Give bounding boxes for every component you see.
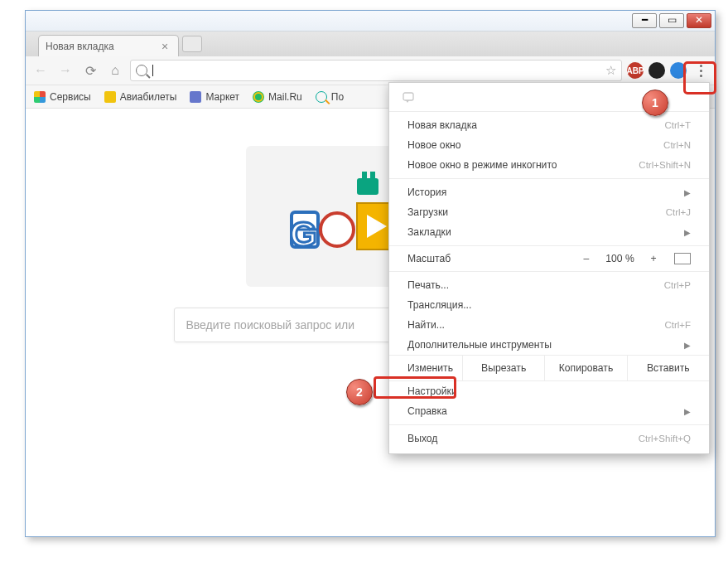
submenu-arrow-icon: ▶ [684,228,691,237]
bookmark-label: Авиабилеты [120,91,177,103]
submenu-arrow-icon: ▶ [684,341,691,350]
search-bookmark-icon [316,91,327,103]
menu-item-incognito[interactable]: Новое окно в режиме инкогнитоCtrl+Shift+… [389,155,709,175]
menu-item-history[interactable]: История▶ [389,182,709,202]
menu-label: Трансляция... [407,299,691,311]
mail-icon [253,91,264,103]
tab-title: Новая вкладка [46,41,114,52]
search-icon [136,65,147,76]
annotation-highlight-settings [374,376,456,399]
window-titlebar: ━ ▭ ✕ [26,11,715,31]
menu-label: Новое окно [407,139,663,151]
home-button[interactable]: ⌂ [105,61,125,80]
annotation-callout-2: 2 [346,379,373,405]
apps-icon [34,91,46,103]
zoom-out-button[interactable]: – [576,253,597,264]
menu-item-cast[interactable]: Трансляция... [389,295,709,315]
shortcut-hint: Ctrl+N [663,140,691,150]
bookmark-label: Сервисы [50,91,91,103]
fullscreen-icon[interactable] [674,253,691,264]
menu-label: Дополнительные инструменты [407,339,674,351]
shortcut-hint: Ctrl+Shift+Q [639,434,691,443]
bookmark-apps[interactable]: Сервисы [34,91,91,103]
zoom-percent: 100 % [597,253,643,264]
bookmark-mailru[interactable]: Mail.Ru [253,91,302,103]
zoom-in-button[interactable]: + [643,253,664,264]
menu-item-print[interactable]: Печать...Ctrl+P [389,275,709,295]
menu-item-exit[interactable]: ВыходCtrl+Shift+Q [389,429,709,448]
text-cursor [152,65,153,76]
menu-label: Закладки [407,226,674,238]
menu-label: Загрузки [407,206,666,218]
maximize-button[interactable]: ▭ [659,13,684,28]
annotation-callout-1: 1 [642,90,668,116]
svg-rect-8 [403,93,413,100]
menu-label: Справка [407,405,674,417]
shortcut-hint: Ctrl+F [664,320,691,330]
menu-item-find[interactable]: Найти...Ctrl+F [389,315,709,335]
menu-label: Новое окно в режиме инкогнито [407,159,639,171]
bookmark-label: По [331,91,344,103]
menu-item-help[interactable]: Справка▶ [389,401,709,421]
submenu-arrow-icon: ▶ [684,407,691,416]
reload-button[interactable]: ⟳ [80,61,100,80]
menu-label: Печать... [407,279,664,291]
submenu-arrow-icon: ▶ [684,188,691,197]
svg-rect-5 [370,172,375,178]
address-bar[interactable]: ☆ [130,60,622,81]
menu-item-new-tab[interactable]: Новая вкладкаCtrl+T [389,115,709,135]
toolbar: ← → ⟳ ⌂ ☆ ABP [26,56,715,85]
shortcut-hint: Ctrl+J [666,207,691,217]
extensions-area: ABP [627,62,687,79]
menu-label: История [407,187,674,198]
shortcut-hint: Ctrl+P [664,280,691,290]
minimize-button[interactable]: ━ [632,13,657,28]
annotation-highlight-menu-button [683,61,716,94]
bookmark-search-cut[interactable]: По [316,91,344,103]
tab-new-tab[interactable]: Новая вкладка × [38,35,179,56]
omnibox-input[interactable] [158,65,600,76]
shortcut-hint: Ctrl+Shift+N [639,160,691,170]
new-tab-button[interactable] [182,36,202,52]
shortcut-hint: Ctrl+T [664,120,691,130]
svg-rect-3 [357,178,378,195]
close-tab-icon[interactable]: × [158,40,171,53]
cart-icon [190,91,201,103]
menu-item-bookmarks[interactable]: Закладки▶ [389,222,709,242]
bookmark-label: Маркет [205,91,239,103]
svg-point-2 [321,213,354,246]
bookmark-flights[interactable]: Авиабилеты [104,91,177,103]
tab-strip: Новая вкладка × [26,31,715,56]
copy-button[interactable]: Копировать [544,356,626,380]
menu-zoom-row: Масштаб – 100 % + [389,250,709,268]
menu-label: Выход [407,433,639,444]
svg-rect-4 [362,172,367,178]
bookmark-label: Mail.Ru [268,91,302,103]
svg-text:G: G [290,215,317,254]
menu-item-downloads[interactable]: ЗагрузкиCtrl+J [389,202,709,222]
close-window-button[interactable]: ✕ [687,13,711,28]
zoom-label: Масштаб [407,253,576,264]
plane-icon [104,91,116,103]
menu-item-more-tools[interactable]: Дополнительные инструменты▶ [389,335,709,355]
back-button[interactable]: ← [31,61,51,80]
search-placeholder: Введите поисковый запрос или [186,318,355,332]
bookmark-market[interactable]: Маркет [190,91,239,103]
extension-generic-icon[interactable] [648,62,665,79]
paste-button[interactable]: Вставить [627,356,709,380]
menu-label: Новая вкладка [407,119,664,131]
forward-button[interactable]: → [55,61,75,80]
cut-button[interactable]: Вырезать [462,356,544,380]
bookmark-star-icon[interactable]: ☆ [605,63,616,78]
extension-abp-icon[interactable]: ABP [627,62,644,79]
menu-item-new-window[interactable]: Новое окноCtrl+N [389,135,709,155]
speech-bubble-icon [403,92,416,104]
menu-label: Найти... [407,319,664,331]
